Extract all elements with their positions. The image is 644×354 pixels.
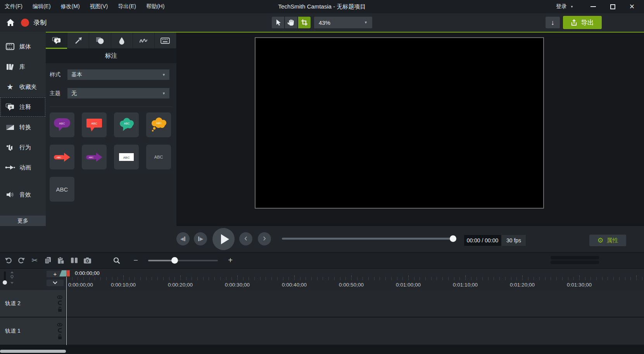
pan-tool-button[interactable] (285, 17, 297, 28)
zoom-in-button[interactable]: + (226, 256, 234, 265)
timeline-zoom-slider[interactable] (148, 260, 218, 261)
callout-speech-rect[interactable]: ABC (82, 112, 107, 137)
redo-icon (18, 257, 25, 264)
menu-view[interactable]: 视图(V) (90, 3, 108, 10)
callout-text-plain[interactable]: ABC (146, 145, 171, 169)
undo-button[interactable] (2, 254, 15, 267)
callout-thought-cloud[interactable]: ABC (146, 112, 171, 137)
sidebar-item-audio-effects[interactable]: 音效 (0, 185, 46, 205)
track-1-content[interactable] (66, 318, 644, 345)
properties-button[interactable]: ⚙ 属性 (589, 235, 626, 246)
track-name: 轨道 1 (5, 328, 21, 335)
sidebar-item-behaviors[interactable]: 行为 (0, 137, 46, 157)
timeline-zoom-knob[interactable] (171, 257, 178, 264)
crop-tool-button[interactable] (298, 17, 311, 28)
screenshot-button[interactable] (81, 254, 94, 267)
seek-slider[interactable] (282, 238, 453, 240)
blur-tab-icon (119, 37, 125, 45)
tab-arrows[interactable] (67, 33, 89, 48)
menu-help[interactable]: 帮助(H) (146, 3, 164, 10)
sidebar-item-label: 库 (19, 63, 25, 71)
download-button[interactable]: ↓ (546, 17, 560, 28)
playback-bar: ◀ ▶ ‹ › 00:00 / 00:00 30 fps ⚙ 属性 (0, 226, 644, 252)
film-icon (5, 43, 15, 50)
sidebar-item-transitions[interactable]: 转换 (0, 117, 46, 137)
tab-sketch[interactable] (133, 33, 155, 48)
lock-icon[interactable] (57, 334, 62, 340)
home-button[interactable] (5, 17, 16, 28)
theme-select[interactable]: 无 ▼ (67, 88, 169, 98)
style-select[interactable]: 基本 ▼ (67, 69, 169, 80)
sidebar-item-library[interactable]: 库 (0, 57, 46, 77)
playhead-in-handle[interactable] (59, 270, 66, 276)
canvas-zoom-select[interactable]: 43% ▼ (314, 17, 372, 28)
cut-button[interactable]: ✂ (28, 254, 41, 267)
paste-button[interactable] (54, 254, 67, 267)
annotation-tabs: a (46, 33, 176, 49)
shape-tab-icon (96, 37, 104, 44)
sidebar-item-media[interactable]: 媒体 (0, 36, 46, 57)
login-button[interactable]: 登录 ▼ (556, 3, 573, 10)
lock-icon[interactable] (57, 306, 62, 312)
horizontal-scrollbar-thumb[interactable] (0, 350, 66, 353)
canvas[interactable] (255, 37, 544, 209)
play-button[interactable] (212, 228, 235, 250)
tracks-bottom-strip (0, 345, 644, 354)
minimize-button[interactable] (584, 0, 603, 13)
cursor-tool-button[interactable] (272, 17, 284, 28)
track-2-content[interactable] (66, 290, 644, 317)
next-button[interactable]: › (258, 232, 271, 245)
callout-text-large[interactable]: ABC (50, 177, 74, 202)
track-1-header[interactable]: 轨道 1 (0, 318, 66, 345)
svg-text:ABC: ABC (91, 122, 97, 125)
tab-callouts[interactable]: a (46, 33, 67, 48)
eye-icon[interactable] (57, 323, 62, 327)
ruler-label: 0:00:20;00 (168, 282, 193, 288)
eye-icon[interactable] (57, 295, 62, 299)
step-forward-button[interactable]: ▶ (194, 232, 207, 245)
callout-arrow-purple[interactable]: ABC (82, 145, 107, 169)
magnet-icon[interactable] (57, 300, 62, 305)
split-button[interactable] (67, 254, 81, 267)
copy-button[interactable] (41, 254, 54, 267)
sidebar-more-button[interactable]: 更多 (0, 216, 46, 226)
playhead-line[interactable] (66, 277, 67, 345)
export-button[interactable]: 导出 (563, 16, 602, 29)
sidebar-item-annotations[interactable]: a 注释 (0, 97, 46, 117)
previous-button[interactable]: ‹ (239, 232, 252, 245)
sidebar-item-favorites[interactable]: ★ 收藏夹 (0, 77, 46, 97)
svg-text:ABC: ABC (89, 156, 94, 159)
callout-rect-white[interactable]: ABC (114, 145, 139, 169)
seek-slider-handle[interactable] (450, 235, 456, 242)
timeline-toolbar: ✂ − + (0, 252, 644, 269)
fps-display: 30 fps (502, 235, 526, 246)
callout-cloud[interactable]: ABC (114, 112, 139, 137)
redo-button[interactable] (15, 254, 28, 267)
track-2-header[interactable]: 轨道 2 (0, 290, 66, 317)
zoom-out-button[interactable]: − (132, 256, 140, 265)
menu-file[interactable]: 文件(F) (5, 3, 22, 10)
menu-modify[interactable]: 修改(M) (61, 3, 80, 10)
tab-shapes[interactable] (89, 33, 111, 48)
maximize-button[interactable] (603, 0, 622, 13)
timeline-scrollbar[interactable] (551, 256, 599, 264)
record-button[interactable]: 录制 (21, 17, 47, 28)
tab-keystrokes[interactable] (155, 33, 176, 48)
step-back-icon: ◀ (180, 237, 184, 241)
menu-edit[interactable]: 编辑(E) (33, 3, 51, 10)
timeline-zoom-button[interactable] (110, 254, 123, 267)
camera-icon (83, 257, 92, 264)
sidebar-item-animations[interactable]: 动画 (0, 157, 46, 178)
callout-arrow-red[interactable]: ABC (50, 145, 74, 169)
sidebar-item-label: 收藏夹 (19, 83, 37, 91)
magnet-icon[interactable] (57, 328, 62, 333)
callout-speech-rounded[interactable]: ABC (50, 112, 74, 137)
minimize-icon (590, 6, 596, 7)
close-button[interactable]: × (622, 0, 642, 13)
camtasia-window: 文件(F) 编辑(E) 修改(M) 视图(V) 导出(E) 帮助(H) Tech… (0, 0, 644, 354)
tab-blur[interactable] (111, 33, 133, 48)
step-back-button[interactable]: ◀ (176, 232, 190, 245)
ruler-label: 0:00:10;00 (111, 282, 136, 288)
menu-export[interactable]: 导出(E) (118, 3, 136, 10)
timeline-ruler[interactable]: + 0:00:00;00 0:00:00;00 0:00:10;00 0:00:… (0, 269, 644, 290)
